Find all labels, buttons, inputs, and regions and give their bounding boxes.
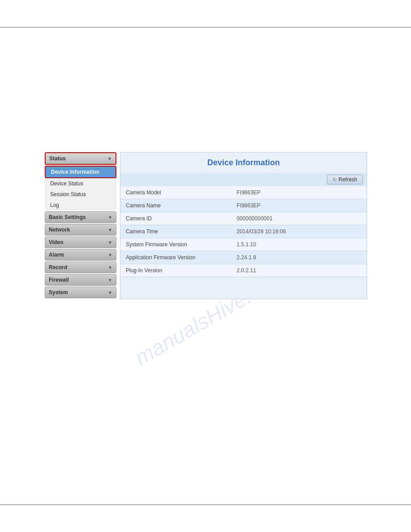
sidebar: Status ▼ Device Information Device Statu… [45, 152, 116, 299]
sidebar-item-device-information[interactable]: Device Information [45, 166, 116, 178]
sidebar-item-status[interactable]: Status ▼ [45, 152, 116, 165]
field-value: 1.5.1.10 [231, 238, 367, 251]
sidebar-section-video: Video ▼ [45, 236, 116, 248]
sidebar-section-basic-settings: Basic Settings ▼ [45, 211, 116, 223]
sidebar-item-log[interactable]: Log [45, 200, 116, 210]
sidebar-system-arrow: ▼ [108, 290, 112, 295]
field-value: 000000000001 [231, 212, 367, 225]
field-value: 2014/03/28 10:16:06 [231, 225, 367, 238]
sidebar-item-basic-settings[interactable]: Basic Settings ▼ [45, 211, 116, 223]
sidebar-record-label: Record [49, 264, 67, 270]
sidebar-system-label: System [49, 289, 68, 296]
sidebar-basic-settings-arrow: ▼ [108, 215, 112, 220]
refresh-button[interactable]: ↻ Refresh [327, 175, 363, 184]
sidebar-item-firewall[interactable]: Firewall ▼ [45, 274, 116, 286]
sidebar-firewall-label: Firewall [49, 277, 69, 283]
sidebar-record-arrow: ▼ [108, 265, 112, 270]
field-value: FI9863EP [231, 199, 367, 212]
field-label: System Firmware Version [120, 238, 231, 251]
info-table: Camera Model FI9863EP Camera Name FI9863… [120, 186, 367, 277]
refresh-bar: ↻ Refresh [120, 173, 367, 186]
sidebar-item-session-status[interactable]: Session Status [45, 189, 116, 200]
sidebar-item-video[interactable]: Video ▼ [45, 236, 116, 248]
table-row: Camera Model FI9863EP [120, 186, 367, 199]
sidebar-alarm-arrow: ▼ [108, 253, 112, 257]
table-row: System Firmware Version 1.5.1.10 [120, 238, 367, 251]
sidebar-item-system[interactable]: System ▼ [45, 287, 116, 298]
sidebar-section-record: Record ▼ [45, 262, 116, 273]
content-title: Device Information [120, 153, 367, 173]
sidebar-section-system: System ▼ [45, 287, 116, 298]
field-label: Camera Model [120, 186, 231, 199]
sidebar-basic-settings-label: Basic Settings [49, 214, 86, 220]
sidebar-item-alarm[interactable]: Alarm ▼ [45, 249, 116, 261]
field-label: Camera Name [120, 199, 231, 212]
main-container: Status ▼ Device Information Device Statu… [45, 152, 367, 299]
sidebar-alarm-label: Alarm [49, 252, 64, 258]
refresh-label: Refresh [338, 176, 357, 183]
table-row: Camera Name FI9863EP [120, 199, 367, 212]
table-row: Camera Time 2014/03/28 10:16:06 [120, 225, 367, 238]
sidebar-status-label: Status [49, 155, 66, 162]
table-row: Plug-In Version 2.0.2.11 [120, 264, 367, 277]
sidebar-section-firewall: Firewall ▼ [45, 274, 116, 286]
field-label: Camera ID [120, 212, 231, 225]
sidebar-section-status: Status ▼ Device Information Device Statu… [45, 152, 116, 210]
sidebar-status-arrow: ▼ [107, 156, 112, 161]
field-label: Camera Time [120, 225, 231, 238]
sidebar-section-alarm: Alarm ▼ [45, 249, 116, 261]
top-border [0, 27, 411, 28]
sidebar-item-network[interactable]: Network ▼ [45, 224, 116, 236]
refresh-icon: ↻ [333, 177, 337, 183]
table-row: Application Firmware Version 2.24.1.9 [120, 251, 367, 264]
field-value: FI9863EP [231, 186, 367, 199]
field-label: Plug-In Version [120, 264, 231, 277]
sidebar-video-label: Video [49, 239, 63, 245]
sidebar-section-network: Network ▼ [45, 224, 116, 236]
field-value: 2.24.1.9 [231, 251, 367, 264]
sidebar-item-device-status[interactable]: Device Status [45, 178, 116, 189]
sidebar-firewall-arrow: ▼ [108, 278, 112, 283]
sidebar-video-arrow: ▼ [108, 240, 112, 245]
bottom-border [0, 504, 411, 505]
sidebar-item-record[interactable]: Record ▼ [45, 262, 116, 273]
field-value: 2.0.2.11 [231, 264, 367, 277]
field-label: Application Firmware Version [120, 251, 231, 264]
sidebar-network-label: Network [49, 227, 70, 233]
table-row: Camera ID 000000000001 [120, 212, 367, 225]
sidebar-network-arrow: ▼ [108, 227, 112, 232]
content-area: Device Information ↻ Refresh Camera Mode… [120, 152, 367, 299]
